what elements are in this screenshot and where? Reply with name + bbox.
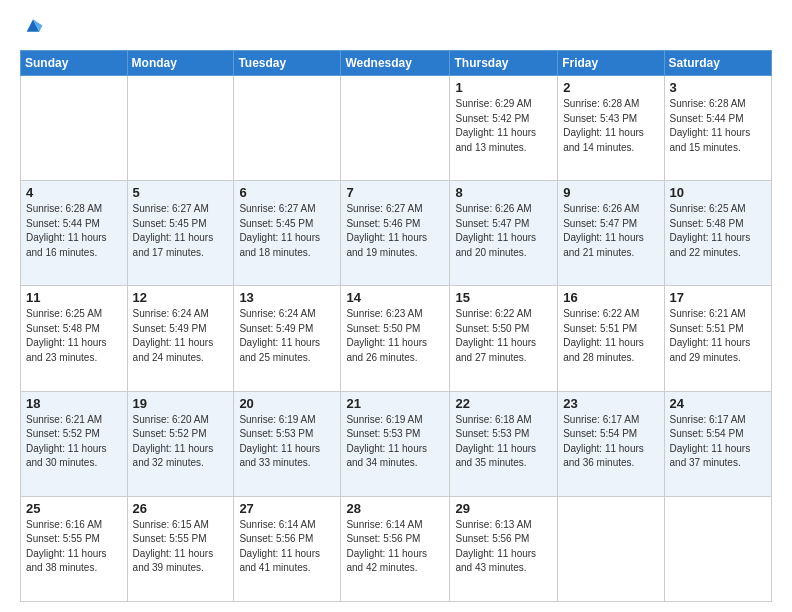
day-cell: 26Sunrise: 6:15 AMSunset: 5:55 PMDayligh… — [127, 496, 234, 601]
week-row-0: 1Sunrise: 6:29 AMSunset: 5:42 PMDaylight… — [21, 76, 772, 181]
day-info: Sunrise: 6:16 AMSunset: 5:55 PMDaylight:… — [26, 518, 122, 576]
day-cell: 13Sunrise: 6:24 AMSunset: 5:49 PMDayligh… — [234, 286, 341, 391]
week-row-2: 11Sunrise: 6:25 AMSunset: 5:48 PMDayligh… — [21, 286, 772, 391]
day-info: Sunrise: 6:14 AMSunset: 5:56 PMDaylight:… — [346, 518, 444, 576]
day-info: Sunrise: 6:21 AMSunset: 5:51 PMDaylight:… — [670, 307, 766, 365]
day-info: Sunrise: 6:15 AMSunset: 5:55 PMDaylight:… — [133, 518, 229, 576]
day-info: Sunrise: 6:13 AMSunset: 5:56 PMDaylight:… — [455, 518, 552, 576]
day-cell: 20Sunrise: 6:19 AMSunset: 5:53 PMDayligh… — [234, 391, 341, 496]
day-number: 20 — [239, 396, 335, 411]
day-info: Sunrise: 6:27 AMSunset: 5:45 PMDaylight:… — [239, 202, 335, 260]
day-number: 13 — [239, 290, 335, 305]
day-info: Sunrise: 6:18 AMSunset: 5:53 PMDaylight:… — [455, 413, 552, 471]
day-number: 10 — [670, 185, 766, 200]
logo — [20, 16, 44, 42]
day-number: 17 — [670, 290, 766, 305]
day-cell — [664, 496, 771, 601]
day-info: Sunrise: 6:25 AMSunset: 5:48 PMDaylight:… — [26, 307, 122, 365]
day-number: 1 — [455, 80, 552, 95]
day-cell: 17Sunrise: 6:21 AMSunset: 5:51 PMDayligh… — [664, 286, 771, 391]
day-cell: 23Sunrise: 6:17 AMSunset: 5:54 PMDayligh… — [558, 391, 664, 496]
day-info: Sunrise: 6:24 AMSunset: 5:49 PMDaylight:… — [239, 307, 335, 365]
logo-icon — [22, 16, 44, 38]
day-cell — [21, 76, 128, 181]
calendar-header: SundayMondayTuesdayWednesdayThursdayFrid… — [21, 51, 772, 76]
day-cell: 25Sunrise: 6:16 AMSunset: 5:55 PMDayligh… — [21, 496, 128, 601]
day-info: Sunrise: 6:22 AMSunset: 5:51 PMDaylight:… — [563, 307, 658, 365]
day-cell: 18Sunrise: 6:21 AMSunset: 5:52 PMDayligh… — [21, 391, 128, 496]
day-cell: 1Sunrise: 6:29 AMSunset: 5:42 PMDaylight… — [450, 76, 558, 181]
day-cell: 2Sunrise: 6:28 AMSunset: 5:43 PMDaylight… — [558, 76, 664, 181]
day-number: 21 — [346, 396, 444, 411]
day-number: 7 — [346, 185, 444, 200]
day-info: Sunrise: 6:26 AMSunset: 5:47 PMDaylight:… — [455, 202, 552, 260]
day-number: 9 — [563, 185, 658, 200]
day-number: 2 — [563, 80, 658, 95]
day-number: 29 — [455, 501, 552, 516]
page: SundayMondayTuesdayWednesdayThursdayFrid… — [0, 0, 792, 612]
day-info: Sunrise: 6:28 AMSunset: 5:44 PMDaylight:… — [670, 97, 766, 155]
day-number: 22 — [455, 396, 552, 411]
day-header-row: SundayMondayTuesdayWednesdayThursdayFrid… — [21, 51, 772, 76]
day-info: Sunrise: 6:28 AMSunset: 5:44 PMDaylight:… — [26, 202, 122, 260]
day-info: Sunrise: 6:29 AMSunset: 5:42 PMDaylight:… — [455, 97, 552, 155]
day-cell: 24Sunrise: 6:17 AMSunset: 5:54 PMDayligh… — [664, 391, 771, 496]
day-number: 23 — [563, 396, 658, 411]
week-row-1: 4Sunrise: 6:28 AMSunset: 5:44 PMDaylight… — [21, 181, 772, 286]
day-info: Sunrise: 6:26 AMSunset: 5:47 PMDaylight:… — [563, 202, 658, 260]
calendar-table: SundayMondayTuesdayWednesdayThursdayFrid… — [20, 50, 772, 602]
day-cell — [127, 76, 234, 181]
day-number: 26 — [133, 501, 229, 516]
day-number: 12 — [133, 290, 229, 305]
day-cell: 15Sunrise: 6:22 AMSunset: 5:50 PMDayligh… — [450, 286, 558, 391]
day-cell: 16Sunrise: 6:22 AMSunset: 5:51 PMDayligh… — [558, 286, 664, 391]
day-info: Sunrise: 6:27 AMSunset: 5:46 PMDaylight:… — [346, 202, 444, 260]
day-cell: 28Sunrise: 6:14 AMSunset: 5:56 PMDayligh… — [341, 496, 450, 601]
day-number: 25 — [26, 501, 122, 516]
day-number: 3 — [670, 80, 766, 95]
day-cell: 7Sunrise: 6:27 AMSunset: 5:46 PMDaylight… — [341, 181, 450, 286]
day-cell: 14Sunrise: 6:23 AMSunset: 5:50 PMDayligh… — [341, 286, 450, 391]
day-cell — [341, 76, 450, 181]
day-number: 24 — [670, 396, 766, 411]
day-info: Sunrise: 6:17 AMSunset: 5:54 PMDaylight:… — [563, 413, 658, 471]
week-row-3: 18Sunrise: 6:21 AMSunset: 5:52 PMDayligh… — [21, 391, 772, 496]
day-info: Sunrise: 6:22 AMSunset: 5:50 PMDaylight:… — [455, 307, 552, 365]
day-info: Sunrise: 6:25 AMSunset: 5:48 PMDaylight:… — [670, 202, 766, 260]
day-info: Sunrise: 6:14 AMSunset: 5:56 PMDaylight:… — [239, 518, 335, 576]
day-cell: 4Sunrise: 6:28 AMSunset: 5:44 PMDaylight… — [21, 181, 128, 286]
day-info: Sunrise: 6:21 AMSunset: 5:52 PMDaylight:… — [26, 413, 122, 471]
day-number: 11 — [26, 290, 122, 305]
day-cell: 11Sunrise: 6:25 AMSunset: 5:48 PMDayligh… — [21, 286, 128, 391]
day-info: Sunrise: 6:23 AMSunset: 5:50 PMDaylight:… — [346, 307, 444, 365]
day-number: 15 — [455, 290, 552, 305]
day-cell — [234, 76, 341, 181]
day-number: 6 — [239, 185, 335, 200]
day-header-tuesday: Tuesday — [234, 51, 341, 76]
day-number: 19 — [133, 396, 229, 411]
day-cell: 6Sunrise: 6:27 AMSunset: 5:45 PMDaylight… — [234, 181, 341, 286]
day-number: 8 — [455, 185, 552, 200]
day-info: Sunrise: 6:17 AMSunset: 5:54 PMDaylight:… — [670, 413, 766, 471]
day-cell: 8Sunrise: 6:26 AMSunset: 5:47 PMDaylight… — [450, 181, 558, 286]
day-number: 27 — [239, 501, 335, 516]
week-row-4: 25Sunrise: 6:16 AMSunset: 5:55 PMDayligh… — [21, 496, 772, 601]
day-info: Sunrise: 6:27 AMSunset: 5:45 PMDaylight:… — [133, 202, 229, 260]
day-number: 14 — [346, 290, 444, 305]
day-info: Sunrise: 6:19 AMSunset: 5:53 PMDaylight:… — [239, 413, 335, 471]
day-header-sunday: Sunday — [21, 51, 128, 76]
day-header-thursday: Thursday — [450, 51, 558, 76]
day-cell: 9Sunrise: 6:26 AMSunset: 5:47 PMDaylight… — [558, 181, 664, 286]
day-number: 5 — [133, 185, 229, 200]
day-info: Sunrise: 6:19 AMSunset: 5:53 PMDaylight:… — [346, 413, 444, 471]
day-header-saturday: Saturday — [664, 51, 771, 76]
day-cell: 10Sunrise: 6:25 AMSunset: 5:48 PMDayligh… — [664, 181, 771, 286]
day-cell: 29Sunrise: 6:13 AMSunset: 5:56 PMDayligh… — [450, 496, 558, 601]
day-info: Sunrise: 6:24 AMSunset: 5:49 PMDaylight:… — [133, 307, 229, 365]
day-cell — [558, 496, 664, 601]
header — [20, 16, 772, 42]
day-cell: 27Sunrise: 6:14 AMSunset: 5:56 PMDayligh… — [234, 496, 341, 601]
day-number: 4 — [26, 185, 122, 200]
day-cell: 22Sunrise: 6:18 AMSunset: 5:53 PMDayligh… — [450, 391, 558, 496]
day-info: Sunrise: 6:28 AMSunset: 5:43 PMDaylight:… — [563, 97, 658, 155]
